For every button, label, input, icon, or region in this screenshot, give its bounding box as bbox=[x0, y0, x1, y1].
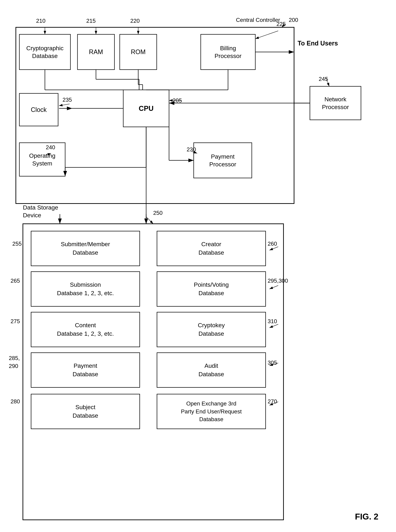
ref-305: 305 bbox=[268, 360, 277, 366]
billing-processor-label: BillingProcessor bbox=[201, 34, 255, 70]
rom-label: ROM bbox=[120, 34, 157, 70]
cryptokey-db: CryptokeyDatabase bbox=[157, 312, 266, 347]
ref-205: 205 bbox=[173, 97, 182, 104]
ref-210: 210 bbox=[36, 18, 46, 24]
svg-line-49 bbox=[269, 247, 278, 250]
ref-310: 310 bbox=[268, 318, 277, 325]
svg-line-46 bbox=[146, 217, 153, 224]
cpu-label: CPU bbox=[123, 90, 169, 127]
clock-label: Clock bbox=[19, 93, 58, 126]
ref-270: 270 bbox=[268, 398, 277, 405]
ref-200: 200 bbox=[289, 17, 298, 23]
ref-275: 275 bbox=[11, 318, 20, 325]
cryptographic-db-label: CryptographicDatabase bbox=[19, 34, 70, 70]
svg-line-51 bbox=[269, 285, 278, 289]
ref-260: 260 bbox=[268, 241, 277, 247]
data-storage-label: Data StorageDevice bbox=[23, 204, 58, 219]
ref-245: 245 bbox=[319, 76, 328, 82]
ref-215: 215 bbox=[86, 18, 96, 24]
open-exchange-db: Open Exchange 3rdParty End User/RequestD… bbox=[157, 394, 266, 429]
figure-label: FIG. 2 bbox=[355, 512, 379, 521]
ref-225: 225 bbox=[276, 21, 286, 27]
svg-line-53 bbox=[269, 324, 278, 328]
ref-280: 280 bbox=[11, 398, 20, 405]
submission-db: SubmissionDatabase 1, 2, 3, etc. bbox=[31, 271, 140, 307]
subject-db: SubjectDatabase bbox=[31, 394, 140, 429]
ref-250: 250 bbox=[153, 210, 163, 216]
network-processor-label: NetworkProcessor bbox=[310, 86, 361, 120]
payment-db: PaymentDatabase bbox=[31, 352, 140, 388]
central-controller-label: Central Controller bbox=[236, 17, 280, 23]
ram-label: RAM bbox=[77, 34, 114, 70]
submitter-member-db: Submitter/MemberDatabase bbox=[31, 231, 140, 266]
operating-system-label: OperatingSystem bbox=[19, 143, 65, 176]
ref-295-300: 295,300 bbox=[268, 278, 288, 284]
to-end-users-label: To End Users bbox=[297, 40, 338, 47]
ref-265: 265 bbox=[11, 278, 20, 284]
svg-line-41 bbox=[59, 104, 70, 106]
ref-220: 220 bbox=[130, 18, 140, 24]
svg-line-40 bbox=[255, 31, 278, 39]
payment-processor-label: PaymentProcessor bbox=[194, 143, 252, 178]
audit-db: AuditDatabase bbox=[157, 352, 266, 388]
creator-db: CreatorDatabase bbox=[157, 231, 266, 266]
ref-285-290: 285,290 bbox=[9, 354, 20, 370]
ref-255: 255 bbox=[12, 241, 22, 247]
ref-235: 235 bbox=[63, 97, 72, 103]
points-voting-db: Points/VotingDatabase bbox=[157, 271, 266, 307]
content-db: ContentDatabase 1, 2, 3, etc. bbox=[31, 312, 140, 347]
